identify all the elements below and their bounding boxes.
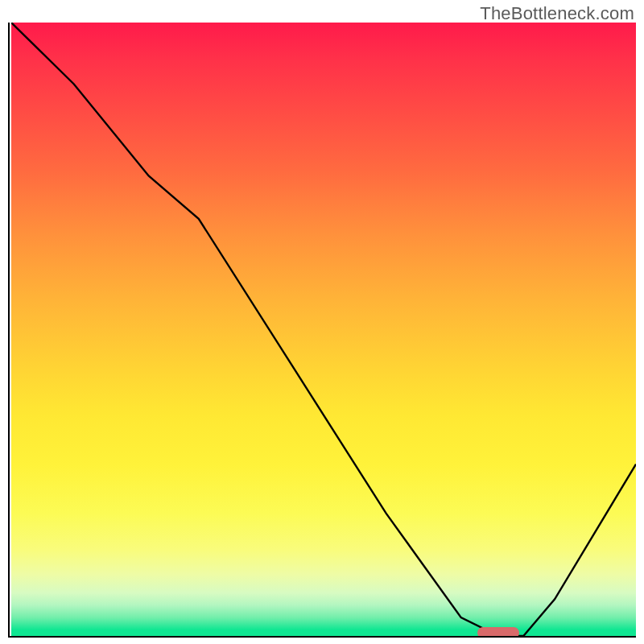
watermark-text: TheBottleneck.com (480, 3, 634, 24)
plot-area (11, 23, 636, 636)
optimal-marker (477, 627, 519, 636)
chart-frame (8, 23, 636, 638)
bottleneck-curve (11, 23, 636, 636)
curve-path (11, 23, 636, 636)
